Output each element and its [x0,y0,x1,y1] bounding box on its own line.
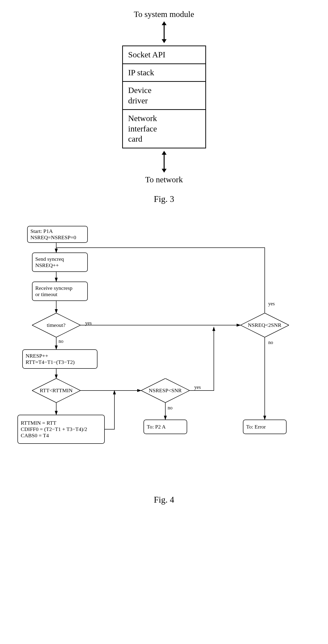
rtt-decision: RTT<RTTMIN [32,378,80,402]
flowchart: Start: P1A NSREQ=NSRESP=0 Send syncreq N… [13,218,316,485]
decision-label: NSREQ<2SNR [240,313,289,337]
calc-box: RTTMIN = RTT CDIFF0 = (T2−T1 + T3−T4)/2 … [18,415,105,444]
decision-label: timeout? [32,313,80,337]
edge-label-yes: yes [268,301,275,306]
decision-label: RTT<RTTMIN [32,378,80,402]
double-arrow-icon [164,151,165,172]
figure-4: Start: P1A NSREQ=NSRESP=0 Send syncreq N… [13,218,316,505]
nsreq-decision: NSREQ<2SNR [240,313,289,337]
timeout-decision: timeout? [32,313,80,337]
stack-layer: Network interface card [123,110,205,148]
stack-box: Socket API IP stack Device driver Networ… [122,46,206,148]
fig3-top-label: To system module [134,10,194,19]
to-error-box: To: Error [243,420,286,434]
stack-layer: Socket API [123,46,205,64]
stack-layer: IP stack [123,64,205,82]
decision-label: NSRESP<SNR [141,378,190,402]
send-box: Send syncreq NSREQ++ [32,252,88,272]
figure-caption: Fig. 3 [154,194,174,204]
nsresp-decision: NSRESP<SNR [141,378,190,402]
edge-label-yes: yes [85,320,92,326]
edge-label-no: no [268,340,273,345]
to-p2a-box: To: P2 A [143,420,187,434]
recv-box: Receive syncresp or timeout [32,282,88,301]
edge-label-no: no [168,405,173,410]
double-arrow-icon [164,21,165,43]
figure-caption: Fig. 4 [154,494,174,505]
edge-label-no: no [59,338,64,344]
edge-label-yes: yes [195,384,201,390]
stack-layer: Device driver [123,82,205,110]
fig3-bottom-label: To network [145,175,183,184]
nresp-box: NRESP++ RTT=T4−T1−(T3−T2) [22,349,97,369]
start-box: Start: P1A NSREQ=NSRESP=0 [27,226,88,243]
figure-3: To system module Socket API IP stack Dev… [122,10,206,204]
